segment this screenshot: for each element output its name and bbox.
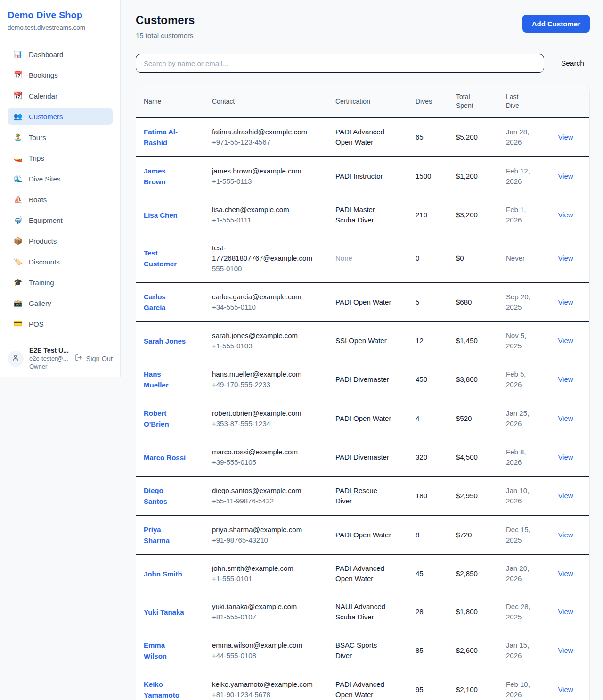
add-customer-button[interactable]: Add Customer — [522, 15, 590, 33]
customer-phone: +81-90-1234-5678 — [212, 690, 320, 700]
customer-phone: +91-98765-43210 — [212, 535, 320, 545]
customer-certification: SSI Open Water — [335, 336, 387, 346]
sidebar-item-products[interactable]: 📦Products — [8, 232, 113, 249]
customer-name-link[interactable]: Test Customer — [144, 247, 187, 269]
view-customer-link[interactable]: View — [558, 298, 573, 306]
view-customer-link[interactable]: View — [558, 414, 573, 422]
customer-name-link[interactable]: Yuki Tanaka — [144, 607, 184, 618]
wave-icon: 🌊 — [13, 174, 23, 183]
customer-name-link[interactable]: Emma Wilson — [144, 640, 187, 661]
main-content: Customers 15 total customers Add Custome… — [121, 0, 603, 700]
people-icon: 👥 — [13, 112, 23, 121]
cell-contact: emma.wilson@example.com+44-555-0108 — [204, 631, 328, 670]
calendar-icon: 📅 — [13, 71, 23, 79]
customer-count: 15 total customers — [136, 32, 195, 40]
cell-certification: PADI Open Water — [328, 283, 408, 322]
sidebar-nav: 📊Dashboard📅Bookings📆Calendar👥Customers🏝️… — [0, 39, 120, 340]
customer-name-link[interactable]: Fatima Al-Rashid — [144, 126, 187, 148]
cell-actions: View — [541, 283, 590, 322]
customer-name-link[interactable]: Hans Mueller — [144, 369, 187, 390]
customer-name-link[interactable]: Diego Santos — [144, 485, 187, 507]
sidebar-item-pos[interactable]: 💳POS — [8, 315, 113, 332]
customer-name-link[interactable]: Keiko Yamamoto — [144, 679, 187, 700]
cell-total-spent: $2,600 — [448, 631, 498, 670]
user-section: E2E Test U... e2e-tester@... Owner Sign … — [0, 340, 120, 377]
view-customer-link[interactable]: View — [558, 254, 573, 262]
sidebar-item-tours[interactable]: 🏝️Tours — [8, 129, 113, 146]
view-customer-link[interactable]: View — [558, 133, 573, 141]
customer-email: hans.mueller@example.com — [212, 369, 320, 379]
sidebar-item-dive-sites[interactable]: 🌊Dive Sites — [8, 170, 113, 187]
cell-total-spent: $3,800 — [448, 360, 498, 399]
table-row: Emma Wilsonemma.wilson@example.com+44-55… — [136, 631, 590, 670]
column-header-name: Name — [136, 85, 204, 118]
view-customer-link[interactable]: View — [558, 685, 573, 693]
cell-actions: View — [541, 670, 590, 700]
sidebar-item-customers[interactable]: 👥Customers — [8, 108, 113, 125]
table-row: John Smithjohn.smith@example.com+1-555-0… — [136, 555, 590, 593]
sidebar-item-trips[interactable]: 🚤Trips — [8, 149, 113, 166]
speedboat-icon: 🚤 — [13, 154, 23, 162]
cell-certification: PADI Advanced Open Water — [328, 555, 408, 593]
sidebar-item-bookings[interactable]: 📅Bookings — [8, 66, 113, 83]
sign-out-button[interactable]: Sign Out — [75, 354, 113, 363]
cell-name: John Smith — [136, 555, 204, 593]
cell-total-spent: $720 — [448, 516, 498, 555]
customer-email: fatima.alrashid@example.com — [212, 127, 320, 137]
table-row: Lisa Chenlisa.chen@example.com+1-555-011… — [136, 196, 590, 234]
sidebar-item-label: Boats — [29, 196, 47, 204]
sidebar-item-gallery[interactable]: 📸Gallery — [8, 295, 113, 312]
customer-phone: +1-555-0113 — [212, 176, 320, 187]
cell-last-dive: Feb 5, 2026 — [498, 360, 541, 399]
search-input[interactable] — [136, 54, 544, 73]
cell-contact: hans.mueller@example.com+49-170-555-2233 — [204, 360, 328, 399]
customer-name-link[interactable]: John Smith — [144, 568, 182, 579]
view-customer-link[interactable]: View — [558, 531, 573, 539]
view-customer-link[interactable]: View — [558, 569, 573, 577]
customer-name-link[interactable]: Marco Rossi — [144, 452, 186, 463]
customer-name-link[interactable]: Priya Sharma — [144, 524, 187, 546]
island-icon: 🏝️ — [13, 133, 23, 141]
cell-dives: 12 — [408, 322, 448, 360]
customer-name-link[interactable]: Lisa Chen — [144, 210, 178, 221]
customer-phone: +1-555-0103 — [212, 341, 320, 351]
customer-certification: PADI Instructor — [335, 171, 383, 181]
view-customer-link[interactable]: View — [558, 172, 573, 180]
view-customer-link[interactable]: View — [558, 646, 573, 654]
sidebar-item-equipment[interactable]: 🤿Equipment — [8, 212, 113, 229]
customer-name-link[interactable]: James Brown — [144, 165, 187, 187]
cell-name: Test Customer — [136, 234, 204, 283]
cell-name: James Brown — [136, 157, 204, 196]
cell-total-spent: $2,950 — [448, 477, 498, 516]
view-customer-link[interactable]: View — [558, 608, 573, 616]
search-button[interactable]: Search — [555, 57, 590, 69]
cell-dives: 320 — [408, 438, 448, 477]
sidebar-item-discounts[interactable]: 🏷️Discounts — [8, 253, 113, 270]
customer-email: lisa.chen@example.com — [212, 205, 320, 215]
cell-last-dive: Nov 5, 2025 — [498, 322, 541, 360]
sidebar-item-calendar[interactable]: 📆Calendar — [8, 87, 113, 104]
customer-name-link[interactable]: Carlos Garcia — [144, 291, 187, 313]
table-row: Test Customertest-1772681807767@example.… — [136, 234, 590, 283]
customer-name-link[interactable]: Sarah Jones — [144, 336, 186, 346]
customer-certification: PADI Master Scuba Diver — [335, 205, 395, 225]
customer-certification: PADI Rescue Diver — [335, 486, 395, 506]
cell-dives: 5 — [408, 283, 448, 322]
view-customer-link[interactable]: View — [558, 453, 573, 461]
view-customer-link[interactable]: View — [558, 337, 573, 345]
view-customer-link[interactable]: View — [558, 492, 573, 500]
customer-name-link[interactable]: Robert O'Brien — [144, 408, 187, 429]
cell-dives: 45 — [408, 555, 448, 593]
view-customer-link[interactable]: View — [558, 211, 573, 219]
cell-actions: View — [541, 399, 590, 438]
sidebar-item-dashboard[interactable]: 📊Dashboard — [8, 46, 113, 63]
table-row: Yuki Tanakayuki.tanaka@example.com+81-55… — [136, 593, 590, 631]
view-customer-link[interactable]: View — [558, 375, 573, 383]
column-header-dives: Dives — [408, 85, 448, 118]
sidebar-item-training[interactable]: 🎓Training — [8, 274, 113, 291]
graduation-cap-icon: 🎓 — [13, 278, 23, 287]
sidebar-item-boats[interactable]: ⛵Boats — [8, 191, 113, 208]
cell-contact: marco.rossi@example.com+39-555-0105 — [204, 438, 328, 477]
cell-name: Emma Wilson — [136, 631, 204, 670]
cell-actions: View — [541, 360, 590, 399]
